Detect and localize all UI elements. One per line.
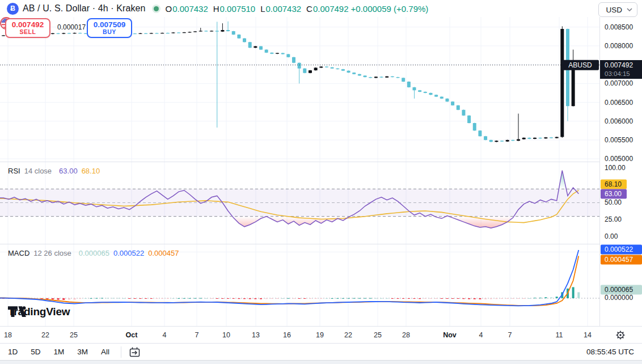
rsi-value: 63.00 [59,167,78,175]
price-change: +0.000059 (+0.79%) [351,4,429,14]
sell-price: 0.007492 [12,21,44,29]
rsi-value-badge: 63.00 [601,189,627,199]
time-tick-label: 10 [222,331,230,339]
chart-header: Ƀ AB / U. S. Dollar · 4h · Kraken O0.007… [0,0,642,17]
toolbar-divider [121,346,121,358]
time-tick-label: 7 [508,331,512,339]
time-tick-label: 19 [316,331,324,339]
last-price-badge: 0.007492 03:04:15 [600,60,642,79]
rsi-title: RSI [8,167,20,175]
time-scale[interactable]: 182225Oct4710131619222528Nov471114 [0,326,642,343]
rsi-tick-label: 100.00 [605,164,626,172]
range-button-3m[interactable]: 3M [77,348,88,356]
time-axis-settings-gear-icon[interactable] [615,330,626,340]
go-to-date-button[interactable] [129,346,141,358]
price-tick-label: 0.006000 [605,117,633,125]
rsi-pane[interactable]: RSI 14 close 63.00 68.10 [0,162,599,244]
range-selector: 1D5D1M3MAll [8,348,123,356]
ohlc-c: C0.007492 [306,4,348,14]
macd-value-badge: 0.000522 [601,245,642,255]
macd-params: 12 26 close [33,249,71,257]
rsi-tick-label: 25.00 [605,215,622,223]
range-button-1m[interactable]: 1M [54,348,65,356]
time-tick-label: Nov [443,331,457,339]
chevron-down-icon [627,8,632,11]
spread-value: 0.000017 [56,23,87,31]
macd-line-value: 0.000522 [113,249,144,257]
currency-label: USD [606,6,622,14]
price-tick-label: 0.005000 [605,155,633,163]
tradingview-chart-app: Ƀ AB / U. S. Dollar · 4h · Kraken O0.007… [0,0,642,364]
symbol-logo-icon[interactable]: Ƀ [7,3,19,15]
market-status-icon [154,6,159,11]
ohlc-values: O0.007432H0.007510L0.007432C0.007492 [166,4,349,14]
bottom-strip [0,360,642,364]
time-tick-label: 18 [4,331,12,339]
ohlc-h: H0.007510 [213,4,255,14]
ohlc-o: O0.007432 [166,4,208,14]
tradingview-logo[interactable]: TradingView [8,306,70,318]
symbol-title[interactable]: AB / U. S. Dollar · 4h · Kraken [23,3,146,14]
range-button-5d[interactable]: 5D [31,348,40,356]
time-tick-label: 25 [70,331,78,339]
price-chart-pane[interactable]: ABUSD 0.007492 SELL 0.007509 BUY 0.00001… [0,17,599,162]
candlestick-canvas[interactable]: ABUSD [0,17,599,162]
time-tick-label: 22 [344,331,352,339]
rsi-params: 14 close [24,167,52,175]
macd-hist-value: 0.000065 [79,249,109,257]
price-scale[interactable]: 0.007492 03:04:15 0.0085000.0080000.0070… [599,17,642,326]
bar-countdown: 03:04:15 [605,70,642,78]
price-tick-label: 0.008500 [605,23,633,31]
clock-utc[interactable]: 08:55:45 UTC [586,348,634,356]
rsi-ma-value: 68.10 [82,167,100,175]
range-button-all[interactable]: All [101,348,109,356]
macd-signal-value: 0.000457 [148,249,179,257]
currency-selector[interactable]: USD [598,2,637,17]
time-tick-label: 14 [584,331,592,339]
sell-label: SELL [19,29,36,35]
time-tick-label: 13 [252,331,260,339]
sell-button[interactable]: 0.007492 SELL [5,18,50,38]
time-tick-label: 28 [402,331,410,339]
price-tick-label: 0.007000 [605,79,633,87]
macd-legend: MACD 12 26 close 0.000065 0.000522 0.000… [8,249,179,257]
symbol-logo-letter: Ƀ [10,5,15,12]
rsi-legend: RSI 14 close 63.00 68.10 [8,167,100,175]
time-tick-label: 11 [556,331,563,339]
time-tick-label: 4 [163,331,167,339]
buy-label: BUY [103,29,116,35]
ohlc-l: L0.007432 [260,4,301,14]
svg-text:ABUSD: ABUSD [568,61,592,69]
bottom-toolbar: 1D5D1M3MAll 08:55:45 UTC [0,343,642,360]
macd-pane[interactable]: MACD 12 26 close 0.000065 0.000522 0.000… [0,244,599,326]
last-price-value: 0.007492 [605,61,642,70]
macd-zero-label: 0.000000 [605,294,633,302]
range-button-1d[interactable]: 1D [8,348,18,356]
rsi-value-badge: 68.10 [601,180,627,189]
time-tick-label: 25 [374,331,382,339]
macd-value-badge: 0.000457 [601,255,642,265]
price-tick-label: 0.005500 [605,136,633,144]
macd-title: MACD [8,249,29,257]
time-tick-label: 4 [479,331,483,339]
time-tick-label: 7 [195,331,199,339]
go-to-date-icon [129,346,141,358]
price-tick-label: 0.008000 [605,42,633,50]
buy-price: 0.007509 [94,21,125,29]
buy-button[interactable]: 0.007509 BUY [87,18,132,38]
tradingview-logo-icon [8,306,27,319]
time-tick-label: 22 [41,331,49,339]
rsi-tick-label: 0.00 [605,232,618,240]
time-tick-label: 16 [283,331,291,339]
rsi-tick-label: 50.00 [605,198,622,206]
price-tick-label: 0.006500 [605,99,633,107]
time-tick-label: Oct [126,331,138,339]
macd-value-badge: 0.000065 [601,285,642,295]
